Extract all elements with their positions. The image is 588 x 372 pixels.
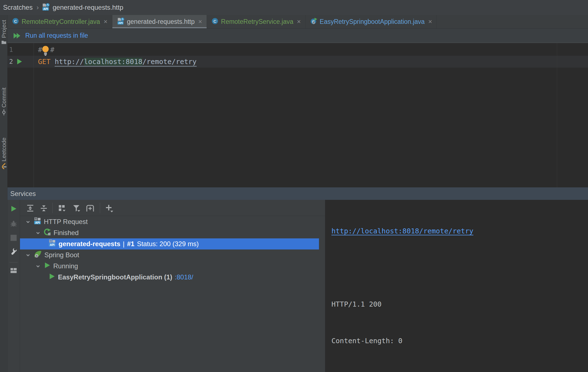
tab-easyretryspringbootapplication[interactable]: C EasyRetrySpringbootApplication.java × <box>306 15 437 28</box>
tool-window-stripe: Project Commit Leetcode <box>0 15 7 372</box>
response-header: Content-Length: 0 <box>331 335 565 347</box>
close-icon[interactable]: × <box>428 18 432 25</box>
leetcode-icon <box>1 163 7 170</box>
svg-text:API: API <box>50 243 55 246</box>
spring-boot-icon <box>34 250 42 260</box>
runnable-class-icon: C <box>310 17 317 26</box>
breadcrumb-folder[interactable]: Scratches <box>3 4 33 11</box>
tab-label: EasyRetrySpringbootApplication.java <box>320 18 425 26</box>
stop-icon[interactable] <box>11 235 17 241</box>
svg-text:API: API <box>35 221 40 224</box>
ide-window: Scratches › API generated-requests.http … <box>0 0 588 372</box>
intention-bulb-icon[interactable] <box>41 45 50 57</box>
tab-label: RemoteRetryService.java <box>221 18 293 26</box>
active-tab-underline <box>112 27 207 28</box>
folder-icon <box>1 40 7 46</box>
breadcrumb-file[interactable]: generated-requests.http <box>53 4 123 11</box>
tree-item-running[interactable]: Running <box>20 261 325 272</box>
tree-item-label: Running <box>53 262 78 270</box>
request-url[interactable]: http://localhost:8018/remote/retry <box>55 58 197 67</box>
stripe-button-leetcode[interactable]: Leetcode <box>0 137 7 170</box>
stripe-label: Commit <box>1 88 7 108</box>
url-host: localhost:8018 <box>84 58 143 66</box>
application-name: EasyRetrySpringbootApplication (1) <box>58 273 172 281</box>
layout-options-icon[interactable] <box>10 267 17 275</box>
debug-icon[interactable] <box>10 220 17 228</box>
editor-area[interactable]: 1 2 # # GEThttp://localhost:8018/remote/… <box>7 43 588 187</box>
toolbar-separator <box>100 203 100 213</box>
tab-generated-requests[interactable]: API generated-requests.http × <box>112 15 207 28</box>
svg-text:API: API <box>43 7 48 11</box>
collapse-all-icon[interactable] <box>40 204 48 213</box>
chevron-down-icon[interactable] <box>25 252 31 258</box>
run-all-icon[interactable] <box>13 32 22 40</box>
chevron-down-icon[interactable] <box>25 219 31 225</box>
svg-text:API: API <box>118 22 123 24</box>
rerun-icon <box>44 228 51 238</box>
svg-text:C: C <box>213 19 216 24</box>
run-icon <box>48 273 55 282</box>
java-class-icon: C <box>12 17 19 26</box>
tab-label: generated-requests.http <box>127 18 195 26</box>
chevron-down-icon[interactable] <box>35 263 41 269</box>
response-url-link[interactable]: http://localhost:8018/remote/retry <box>331 225 565 237</box>
filter-icon[interactable] <box>72 204 81 214</box>
java-class-icon: C <box>211 17 219 26</box>
line-number-1: 1 <box>9 44 13 56</box>
tree-item-generated-requests[interactable]: API generated-requests | #1 Status: 200 … <box>20 238 319 249</box>
run-icon <box>44 262 51 271</box>
svg-text:C: C <box>14 19 17 24</box>
tree-item-label: HTTP Request <box>44 218 88 226</box>
expand-all-icon[interactable] <box>26 204 34 213</box>
request-separator-hash: # <box>50 44 54 56</box>
close-icon[interactable]: × <box>297 18 301 25</box>
services-tree-panel: API HTTP Request Finished API generated-… <box>20 200 325 372</box>
http-file-icon: API <box>117 17 125 26</box>
wrench-settings-icon[interactable] <box>10 248 17 256</box>
toolbar-separator <box>52 203 53 213</box>
tab-label: RemoteRetryController.java <box>22 18 100 26</box>
stripe-button-commit[interactable]: Commit <box>0 88 7 116</box>
tree-item-http-request[interactable]: API HTTP Request <box>20 216 325 227</box>
add-service-icon[interactable] <box>105 204 114 214</box>
response-console[interactable]: http://localhost:8018/remote/retry HTTP/… <box>325 200 588 372</box>
url-scheme: http:// <box>55 58 84 66</box>
blank-line <box>331 262 565 274</box>
tab-remoteretrycontroller[interactable]: C RemoteRetryController.java × <box>7 15 112 28</box>
open-in-new-tab-icon[interactable] <box>85 204 95 214</box>
run-button[interactable] <box>10 205 17 213</box>
services-left-toolbar <box>7 200 20 372</box>
run-all-requests-link[interactable]: Run all requests in file <box>25 32 88 39</box>
right-margin-guide <box>557 43 557 187</box>
http-request-icon: API <box>48 239 56 249</box>
separator: | <box>123 240 125 248</box>
tree-item-finished[interactable]: Finished <box>20 227 325 238</box>
run-request-gutter-icon[interactable] <box>16 58 23 66</box>
request-status: Status: 200 (329 ms) <box>137 240 199 248</box>
breadcrumb: Scratches › API generated-requests.http <box>0 0 588 15</box>
application-port-link[interactable]: :8018/ <box>175 273 193 281</box>
commit-icon <box>1 109 7 116</box>
request-run-number: #1 <box>127 240 135 248</box>
group-by-icon[interactable] <box>58 204 67 214</box>
tree-item-easyretry-application[interactable]: EasyRetrySpringbootApplication (1) :8018… <box>20 272 325 283</box>
services-panel-header[interactable]: Services <box>7 187 588 200</box>
stripe-label: Leetcode <box>1 137 7 161</box>
services-title: Services <box>10 190 36 198</box>
http-request-icon: API <box>34 217 41 226</box>
url-path: /remote/retry <box>142 58 197 66</box>
stripe-button-project[interactable]: Project <box>0 20 7 46</box>
close-icon[interactable]: × <box>198 18 202 25</box>
http-request-line: GEThttp://localhost:8018/remote/retry <box>38 56 197 68</box>
close-icon[interactable]: × <box>104 18 108 25</box>
tab-remoteretryservice[interactable]: C RemoteRetryService.java × <box>207 15 306 28</box>
request-name: generated-requests <box>59 240 120 248</box>
response-status-line: HTTP/1.1 200 <box>331 298 565 310</box>
tree-item-spring-boot[interactable]: Spring Boot <box>20 249 325 261</box>
http-file-icon: API <box>42 3 50 12</box>
chevron-down-icon[interactable] <box>35 230 41 236</box>
breadcrumb-separator-icon: › <box>37 4 39 11</box>
services-toolbar <box>20 200 325 216</box>
response-content: http://localhost:8018/remote/retry HTTP/… <box>331 201 565 372</box>
stripe-label: Project <box>1 20 7 38</box>
